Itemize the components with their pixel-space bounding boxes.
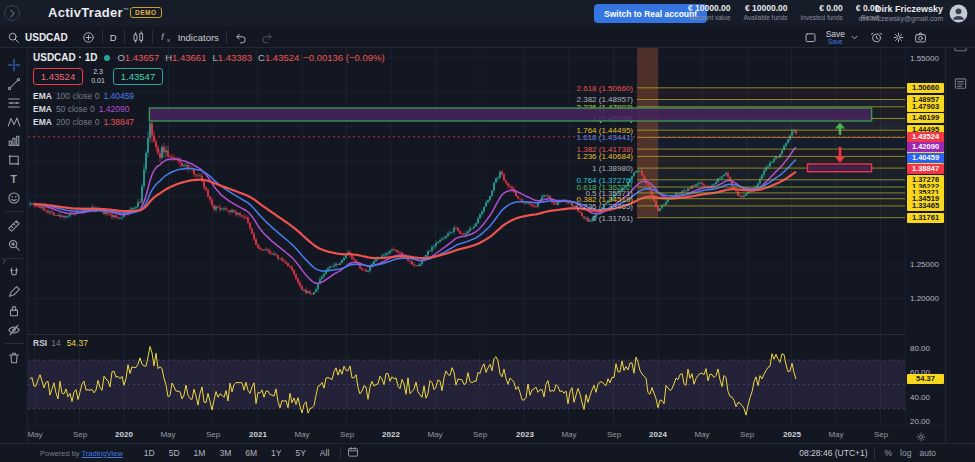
range-button-1y[interactable]: 1Y bbox=[266, 447, 286, 459]
shapes-icon[interactable] bbox=[3, 150, 25, 169]
resistance-zone-box[interactable] bbox=[149, 108, 871, 121]
snapshot-camera-icon[interactable] bbox=[914, 31, 927, 44]
fib-level-label: 1.618 (1.43441) bbox=[577, 133, 634, 142]
time-tick-label: Sep bbox=[599, 430, 629, 439]
time-tick-label: 2024 bbox=[643, 430, 673, 439]
range-button-5y[interactable]: 5Y bbox=[290, 447, 310, 459]
range-button-1d[interactable]: 1D bbox=[139, 447, 160, 459]
main-price-pane[interactable]: 2.618 (1.50660)2.382 (1.48957)2.236 (1.4… bbox=[28, 48, 905, 335]
account-stats: € 10000.00Account value€ 10000.00Availab… bbox=[688, 3, 879, 21]
percent-scale-toggle[interactable]: % bbox=[881, 448, 897, 458]
range-button-5d[interactable]: 5D bbox=[164, 447, 185, 459]
go-to-date-calendar-icon[interactable] bbox=[347, 446, 359, 460]
account-stat: € 10000.00Account value bbox=[688, 3, 731, 21]
time-tick-label: 2021 bbox=[243, 430, 273, 439]
log-scale-toggle[interactable]: log bbox=[896, 448, 915, 458]
search-icon bbox=[7, 31, 20, 44]
stat-label: Available funds bbox=[744, 14, 788, 21]
settings-gear-icon[interactable] bbox=[892, 31, 905, 44]
redo-button[interactable] bbox=[254, 31, 281, 44]
range-button-6m[interactable]: 6M bbox=[240, 447, 262, 459]
undo-button[interactable] bbox=[227, 31, 254, 44]
tradingview-link[interactable]: TradingView bbox=[82, 449, 123, 458]
eye-slash-icon[interactable] bbox=[3, 320, 25, 339]
range-button-3m[interactable]: 3M bbox=[214, 447, 236, 459]
indicators-button[interactable]: fx Indicators bbox=[153, 31, 226, 44]
time-tick-label: May bbox=[821, 430, 851, 439]
bottom-toolbar: Powered by TradingView 1D5D1M3M6M1Y5YAll… bbox=[0, 443, 975, 462]
compare-add-button[interactable] bbox=[75, 31, 102, 44]
save-layout-button[interactable]: Save Save bbox=[826, 30, 861, 45]
ruler-icon[interactable] bbox=[3, 216, 25, 235]
support-zone-box[interactable] bbox=[808, 164, 872, 172]
avatar[interactable] bbox=[949, 4, 968, 23]
price-level-chip: 1.46199 bbox=[907, 113, 944, 123]
bars-pattern-icon[interactable] bbox=[3, 131, 25, 150]
time-axis[interactable]: MaySep2020MaySep2021MaySep2022MaySep2023… bbox=[0, 425, 945, 443]
svg-text:T: T bbox=[10, 172, 17, 184]
fib-retracement-icon[interactable] bbox=[3, 93, 25, 112]
auto-scale-toggle[interactable]: auto bbox=[915, 448, 940, 458]
stat-label: Account value bbox=[688, 14, 731, 21]
app-logo: ActivTrader™ bbox=[48, 5, 129, 20]
crosshair-icon[interactable] bbox=[3, 55, 25, 74]
symbol-label: USDCAD bbox=[25, 32, 68, 43]
time-tick-label: Sep bbox=[332, 430, 362, 439]
stat-value: € 10000.00 bbox=[744, 3, 788, 13]
drawing-toolbar-expander[interactable] bbox=[0, 252, 9, 270]
lock-icon[interactable] bbox=[3, 301, 25, 320]
emoji-icon[interactable] bbox=[3, 188, 25, 207]
price-tick-label: 1.20000 bbox=[910, 294, 939, 303]
chart-toolbar: USDCAD D fx Indicators Save Save bbox=[0, 27, 975, 48]
stat-value: € 0.00 bbox=[801, 3, 843, 13]
time-tick-label: 2022 bbox=[376, 430, 406, 439]
chart-style-button[interactable] bbox=[125, 31, 152, 44]
text-icon[interactable]: T bbox=[3, 169, 25, 188]
price-axis[interactable]: 1.550001.250001.200001.506601.489571.479… bbox=[905, 48, 945, 425]
price-tick-label: 40.00 bbox=[910, 393, 930, 402]
range-button-all[interactable]: All bbox=[315, 447, 334, 459]
range-button-1m[interactable]: 1M bbox=[189, 447, 211, 459]
pane-separator[interactable] bbox=[28, 334, 945, 335]
price-level-chip: 54.37 bbox=[907, 374, 944, 384]
fx-icon: fx bbox=[160, 31, 173, 44]
symbol-search[interactable]: USDCAD bbox=[0, 31, 75, 44]
price-level-chip: 1.33465 bbox=[907, 201, 944, 211]
stat-label: Invested funds bbox=[801, 14, 843, 21]
fib-level-label: 0 (1.31761) bbox=[592, 214, 633, 223]
demo-badge: DEMO bbox=[130, 7, 162, 18]
divider bbox=[340, 447, 341, 459]
price-level-chip: 1.42090 bbox=[907, 142, 944, 152]
time-tick-label: Sep bbox=[732, 430, 762, 439]
account-stat: € 10000.00Available funds bbox=[744, 3, 788, 21]
sell-bid-button[interactable]: 1.43524 bbox=[33, 68, 83, 85]
chevron-down-icon bbox=[848, 31, 861, 44]
clock-timezone[interactable]: 08:28:46 (UTC+1) bbox=[799, 448, 867, 458]
time-tick-label: Sep bbox=[198, 430, 228, 439]
powered-by: Powered by TradingView bbox=[40, 449, 123, 458]
alert-clock-icon[interactable] bbox=[870, 31, 883, 44]
user-info[interactable]: Dirk Friczewsky dirk.friczewsky@gmail.co… bbox=[858, 4, 943, 22]
trend-line-icon[interactable] bbox=[3, 74, 25, 93]
time-tick-label: Sep bbox=[65, 430, 95, 439]
price-level-chip: 1.47903 bbox=[907, 102, 944, 112]
user-name: Dirk Friczewsky bbox=[858, 4, 943, 14]
time-tick-label: May bbox=[153, 430, 183, 439]
layout-button[interactable] bbox=[804, 31, 817, 44]
rsi-pane[interactable] bbox=[28, 335, 905, 425]
drawing-icon[interactable] bbox=[3, 282, 25, 301]
app-header: ActivTrader™ DEMO Switch to Real account… bbox=[0, 0, 975, 27]
price-level-chip: 1.31761 bbox=[907, 213, 944, 223]
news-icon[interactable] bbox=[953, 76, 968, 95]
sidebar-expander-button[interactable] bbox=[4, 5, 20, 21]
xabcd-pattern-icon[interactable] bbox=[3, 112, 25, 131]
price-tick-label: 80.00 bbox=[910, 344, 930, 353]
stat-value: € 10000.00 bbox=[688, 3, 731, 13]
trash-icon[interactable] bbox=[3, 348, 25, 367]
trading-platform-window: ActivTrader™ DEMO Switch to Real account… bbox=[0, 0, 975, 462]
price-tick-label: 20.00 bbox=[910, 417, 930, 426]
buy-ask-button[interactable]: 1.43547 bbox=[113, 68, 163, 85]
interval-button[interactable]: D bbox=[103, 32, 124, 43]
time-tick-label: May bbox=[554, 430, 584, 439]
user-email: dirk.friczewsky@gmail.com bbox=[858, 15, 943, 22]
